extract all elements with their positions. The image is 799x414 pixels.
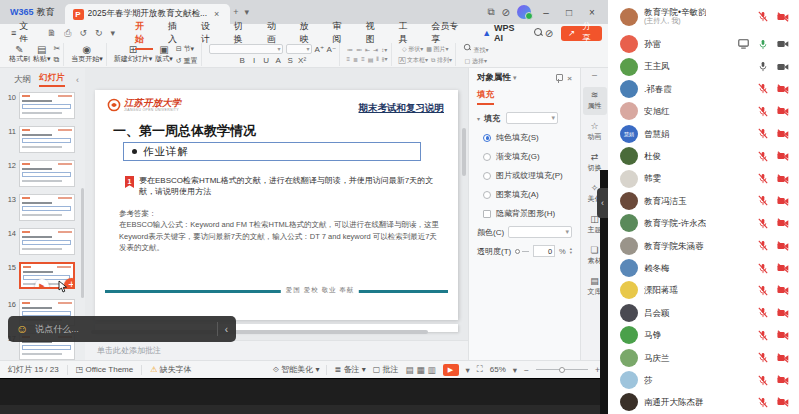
participant-row[interactable]: 赖冬梅 [608, 257, 799, 279]
reset-button[interactable]: ↺ 重置 [176, 56, 198, 66]
properties-caret-icon[interactable]: ▾ [513, 74, 517, 82]
slides-tab[interactable]: 幻灯片 [39, 72, 65, 87]
align-right-icon[interactable]: ≡ [361, 56, 365, 62]
close-properties-icon[interactable]: × [567, 74, 572, 83]
camera-icon[interactable] [777, 397, 789, 407]
participant-row[interactable]: 马庆兰 [608, 346, 799, 368]
emoji-icon[interactable]: ☺ [16, 322, 28, 336]
menu-tab-插入[interactable]: 插入 [161, 18, 193, 48]
font-style-a[interactable]: A [274, 56, 283, 65]
slide-thumbnail-14[interactable]: 14 [4, 228, 75, 255]
justify-icon[interactable]: ▤ [368, 56, 374, 63]
cut-icon[interactable]: ✂ [54, 44, 61, 53]
camera-icon[interactable] [777, 241, 789, 251]
camera-icon[interactable] [777, 353, 789, 363]
thumbnail-preview[interactable] [19, 92, 75, 119]
vertical-scrollbar[interactable] [462, 128, 466, 176]
opacity-slider[interactable] [515, 249, 529, 254]
zoom-level[interactable]: 65% [490, 365, 506, 374]
fill-tab[interactable]: 填充 [477, 89, 494, 105]
undo-icon[interactable]: ↺ [76, 28, 90, 38]
camera-icon[interactable] [777, 218, 789, 228]
font-style-b[interactable]: B [238, 56, 247, 65]
fit-window-icon[interactable]: ⛶ [477, 364, 483, 375]
fill-group-caret-icon[interactable]: ▾ [477, 115, 480, 122]
sync-status-icon[interactable]: ⊘ [545, 28, 553, 39]
mic-icon[interactable] [758, 61, 768, 72]
window-stack-icon[interactable]: ⧉ [487, 6, 494, 18]
mic-icon[interactable] [758, 11, 768, 22]
collapse-panel-icon[interactable]: ‹ [76, 75, 79, 85]
slide-15[interactable]: 江苏开放大学 JIANGSU OPEN UNIVERSITY 期末考试和复习说明… [95, 90, 458, 320]
mic-icon[interactable] [758, 195, 768, 206]
mic-icon[interactable] [758, 83, 768, 94]
paste-button[interactable]: ▤粘贴▾ [33, 45, 51, 64]
slide-thumbnail-13[interactable]: 13 [4, 194, 75, 221]
screen-share-icon[interactable] [738, 39, 749, 49]
theme-indicator[interactable]: ◳ Office Theme [76, 365, 134, 374]
camera-icon[interactable] [777, 174, 789, 184]
columns-icon[interactable]: ⫴ [376, 56, 379, 63]
arrange-button[interactable]: ⧉ 排列▾ [431, 56, 452, 65]
thumbnail-preview[interactable] [19, 160, 75, 187]
mic-icon[interactable] [758, 218, 768, 229]
camera-icon[interactable] [777, 330, 789, 340]
camera-icon[interactable] [777, 84, 789, 94]
mic-icon[interactable] [758, 285, 768, 296]
menu-tab-审阅[interactable]: 审阅 [326, 18, 358, 48]
selected-textbox[interactable]: 作业详解 [123, 142, 421, 161]
camera-icon[interactable] [777, 62, 789, 72]
strip-item-属性[interactable]: ≋属性 [583, 87, 607, 115]
fill-option-2[interactable]: 图片或纹理填充(P) [483, 170, 572, 181]
opacity-stepper[interactable]: ▴▾ [570, 247, 572, 255]
notes-button[interactable]: ≣ 备注 ▾ [334, 364, 365, 375]
participant-row[interactable]: 安旭红 [608, 100, 799, 122]
copy-icon[interactable]: ⧉ [54, 55, 61, 65]
format-painter-button[interactable]: ✎格式刷 [9, 45, 30, 64]
participant-row[interactable]: 吕会颖 [608, 302, 799, 324]
fill-type-select[interactable] [506, 112, 558, 124]
participant-row[interactable]: 孙雷 [608, 33, 799, 55]
meeting-chat-bar[interactable]: ☺ 说点什么... ‹ [8, 316, 236, 342]
thumbnail-play-button[interactable]: ▶ [35, 279, 49, 289]
radio-icon[interactable] [483, 172, 491, 180]
answer-block[interactable]: 参考答案： 在EBSCO输入公式：Keyword and FM T检索HTML格… [119, 208, 444, 253]
mic-icon[interactable] [758, 352, 768, 363]
account-avatar[interactable] [517, 5, 531, 19]
zoom-out-icon[interactable]: − [524, 365, 529, 375]
mic-icon[interactable] [758, 106, 768, 117]
maximize-button[interactable]: □ [561, 7, 577, 18]
mic-icon[interactable] [758, 173, 768, 184]
mic-icon[interactable] [758, 397, 768, 408]
comment-placeholder-row[interactable]: 单击此处添加批注 [85, 340, 468, 360]
text-direction-icon[interactable]: ⫵▾ [382, 55, 388, 63]
radio-icon[interactable] [483, 134, 491, 142]
camera-icon[interactable] [777, 129, 789, 139]
outline-tab[interactable]: 大纲 [14, 74, 31, 86]
camera-icon[interactable] [777, 308, 789, 318]
font-size-select[interactable] [286, 44, 312, 54]
close-window-button[interactable]: × [584, 7, 600, 18]
save-icon[interactable]: 🗎 [44, 28, 59, 38]
assistant-icon[interactable]: ⊘ [502, 7, 510, 18]
sorter-view-icon[interactable]: ▦ [416, 365, 424, 375]
font-style-s[interactable]: S [286, 56, 295, 65]
mic-icon[interactable] [758, 39, 768, 50]
tab-list-caret-icon[interactable]: ▾ [242, 7, 253, 17]
thumbnail-scrollbar[interactable] [81, 188, 84, 298]
camera-icon[interactable] [777, 151, 789, 161]
camera-icon[interactable] [777, 375, 789, 385]
mic-icon[interactable] [758, 330, 768, 341]
slide-thumbnail-11[interactable]: 11 [4, 126, 75, 153]
slide-title[interactable]: 一、第一周总体教学情况 [113, 122, 256, 140]
participant-row[interactable]: 韩雯 [608, 167, 799, 189]
font-name-select[interactable] [209, 44, 283, 54]
question-block[interactable]: 1 要在EBSCO检索HTML格式的文献，进行在线翻译与朗读，并使用访问最新7天… [125, 176, 444, 198]
mic-icon[interactable] [758, 263, 768, 274]
font-style-u[interactable]: U [262, 56, 271, 65]
mic-icon[interactable] [758, 151, 768, 162]
slide-thumbnail-12[interactable]: 12 [4, 160, 75, 187]
opacity-input[interactable]: 0 [533, 245, 555, 257]
strip-item-动画[interactable]: ☆动画 [583, 118, 607, 146]
collapse-chat-icon[interactable]: ‹ [225, 324, 228, 335]
